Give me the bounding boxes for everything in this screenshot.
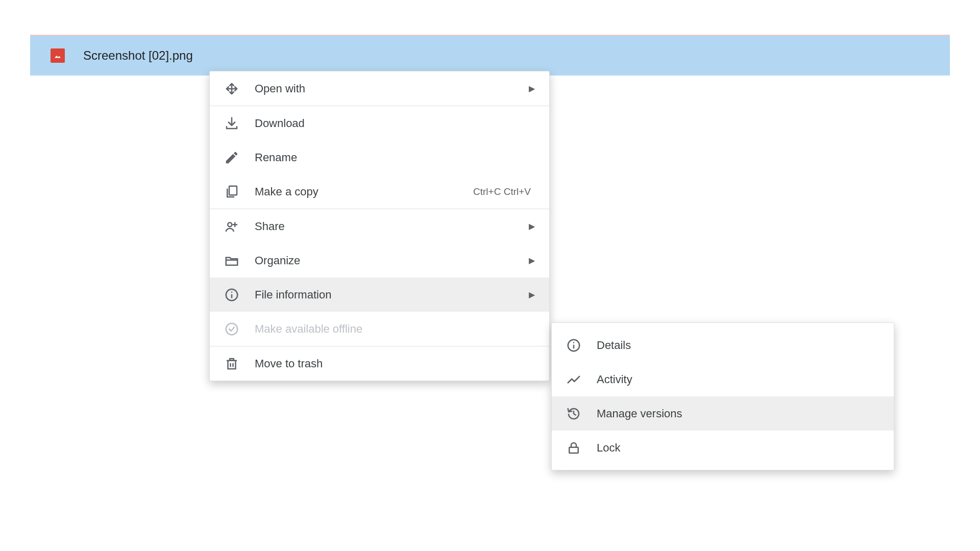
rename-icon	[224, 150, 239, 165]
download-icon	[224, 116, 239, 131]
submenu-activity[interactable]: Activity	[552, 362, 894, 396]
submenu-details[interactable]: Details	[552, 328, 894, 362]
trash-icon	[224, 356, 239, 371]
menu-label: Make a copy	[255, 185, 473, 198]
menu-label: Download	[255, 117, 535, 130]
submenu-label: Details	[597, 339, 879, 352]
menu-open-with[interactable]: Open with ▶	[210, 71, 549, 106]
menu-label: Share	[255, 220, 529, 233]
submenu-label: Lock	[597, 441, 879, 455]
menu-download[interactable]: Download	[210, 106, 549, 140]
menu-label: Organize	[255, 254, 529, 267]
menu-shortcut: Ctrl+C Ctrl+V	[473, 186, 531, 197]
share-icon	[224, 219, 239, 234]
svg-point-1	[228, 222, 232, 227]
submenu-arrow-icon: ▶	[529, 256, 535, 265]
menu-make-available-offline: Make available offline	[210, 312, 549, 346]
image-file-icon	[51, 48, 65, 63]
menu-make-copy[interactable]: Make a copy Ctrl+C Ctrl+V	[210, 174, 549, 209]
copy-icon	[224, 184, 239, 199]
info-icon	[224, 287, 239, 303]
submenu-arrow-icon: ▶	[529, 84, 535, 93]
menu-label: Move to trash	[255, 357, 535, 370]
offline-icon	[224, 321, 239, 337]
submenu-lock[interactable]: Lock	[552, 431, 894, 465]
menu-move-to-trash[interactable]: Move to trash	[210, 346, 549, 381]
menu-label: Rename	[255, 151, 535, 164]
submenu-label: Activity	[597, 373, 879, 386]
svg-rect-11	[569, 447, 578, 453]
file-information-submenu: Details Activity Manage versions Lock	[551, 322, 894, 470]
menu-organize[interactable]: Organize ▶	[210, 243, 549, 278]
menu-share[interactable]: Share ▶	[210, 209, 549, 243]
submenu-label: Manage versions	[597, 407, 879, 420]
svg-point-5	[226, 323, 238, 335]
info-icon	[566, 338, 581, 353]
submenu-arrow-icon: ▶	[529, 290, 535, 299]
lock-icon	[566, 440, 581, 456]
svg-point-10	[573, 342, 575, 343]
submenu-arrow-icon: ▶	[529, 221, 535, 231]
activity-icon	[566, 372, 581, 387]
organize-icon	[224, 253, 239, 268]
menu-label: Open with	[255, 82, 529, 95]
file-row-selected[interactable]: Screenshot [02].png	[30, 35, 950, 76]
file-name: Screenshot [02].png	[83, 48, 193, 63]
svg-rect-0	[229, 186, 237, 195]
history-icon	[566, 406, 581, 421]
svg-point-4	[231, 291, 233, 293]
menu-label: File information	[255, 288, 529, 302]
submenu-manage-versions[interactable]: Manage versions	[552, 396, 894, 431]
menu-label: Make available offline	[255, 322, 535, 336]
menu-file-information[interactable]: File information ▶	[210, 278, 549, 312]
context-menu: Open with ▶ Download Rename Make a copy	[209, 71, 550, 381]
open-with-icon	[224, 81, 239, 96]
menu-rename[interactable]: Rename	[210, 140, 549, 174]
